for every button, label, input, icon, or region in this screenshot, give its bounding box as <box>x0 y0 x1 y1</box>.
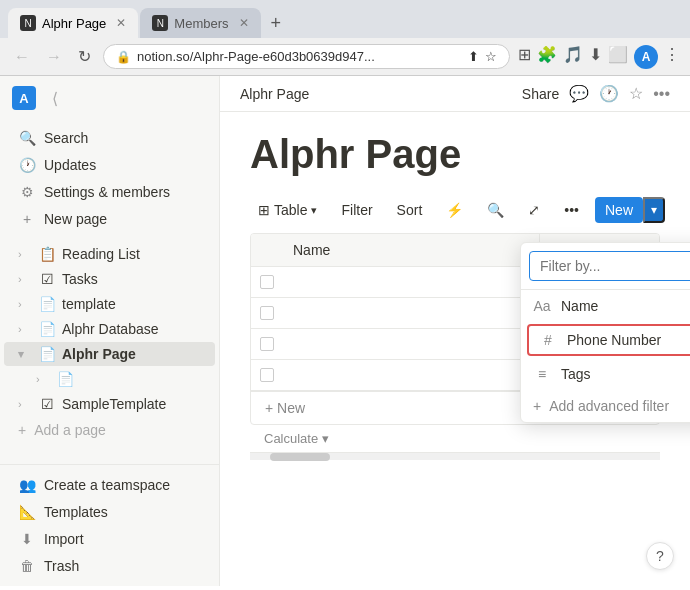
reading-list-label: Reading List <box>62 246 140 262</box>
reload-button[interactable]: ↻ <box>74 45 95 68</box>
table-footer[interactable]: Calculate ▾ <box>250 425 660 452</box>
sort-button[interactable]: Sort <box>389 198 431 222</box>
horizontal-scrollbar[interactable] <box>250 452 660 460</box>
bookmark-icon[interactable]: ☆ <box>485 49 497 64</box>
add-filter-label: Add advanced filter <box>549 398 669 414</box>
lightning-icon[interactable]: ⚡ <box>438 198 471 222</box>
phone-field-icon: # <box>539 332 557 348</box>
add-advanced-filter-button[interactable]: + Add advanced filter <box>521 390 690 422</box>
more-toolbar-icon[interactable]: ••• <box>556 198 587 222</box>
arrow-sample-template: › <box>18 398 32 410</box>
sidebar-item-import[interactable]: ⬇ Import <box>4 526 215 552</box>
sidebar-item-updates[interactable]: 🕐 Updates <box>4 152 215 178</box>
sidebar-item-reading-list[interactable]: › 📋 Reading List <box>4 242 215 266</box>
row4-name[interactable] <box>283 367 539 383</box>
table-label: Table <box>274 202 307 218</box>
checkbox-3[interactable] <box>260 337 274 351</box>
filter-option-name[interactable]: Aa Name <box>521 290 690 322</box>
tab-members[interactable]: N Members ✕ <box>140 8 260 38</box>
sample-template-icon: ☑ <box>38 396 56 412</box>
sidebar-label-settings: Settings & members <box>44 184 201 200</box>
checkbox-4[interactable] <box>260 368 274 382</box>
template-label: template <box>62 296 116 312</box>
sidebar-item-settings[interactable]: ⚙ Settings & members <box>4 179 215 205</box>
arrow-template: › <box>18 298 32 310</box>
puzzle-icon[interactable]: 🧩 <box>537 45 557 69</box>
forward-button[interactable]: → <box>42 46 66 68</box>
share-button[interactable]: Share <box>522 86 559 102</box>
sidebar-item-alphr-database[interactable]: › 📄 Alphr Database <box>4 317 215 341</box>
scrollbar-thumb[interactable] <box>270 453 330 461</box>
checkbox-1[interactable] <box>260 275 274 289</box>
url-box[interactable]: 🔒 notion.so/Alphr-Page-e60d3b0639d947...… <box>103 44 510 69</box>
tab-close-2[interactable]: ✕ <box>239 16 249 30</box>
alphr-page-icon: 📄 <box>38 346 56 362</box>
sidebar-bottom: 👥 Create a teamspace 📐 Templates ⬇ Impor… <box>0 464 219 586</box>
profile-icon[interactable]: A <box>634 45 658 69</box>
row2-name[interactable] <box>283 305 539 321</box>
sidebar-label-new-page: New page <box>44 211 201 227</box>
filter-option-tags[interactable]: ≡ Tags <box>521 358 690 390</box>
new-button[interactable]: New <box>595 197 643 223</box>
address-actions: ⊞ 🧩 🎵 ⬇ ⬜ A ⋮ <box>518 45 680 69</box>
updates-icon: 🕐 <box>18 157 36 173</box>
sample-template-label: SampleTemplate <box>62 396 166 412</box>
clock-icon[interactable]: 🕐 <box>599 84 619 103</box>
new-button-caret[interactable]: ▾ <box>643 197 665 223</box>
back-button[interactable]: ← <box>10 46 34 68</box>
new-tab-button[interactable]: + <box>263 9 290 38</box>
tab-icon-1: N <box>20 15 36 31</box>
star-icon[interactable]: ☆ <box>629 84 643 103</box>
sidebar-item-tasks[interactable]: › ☑ Tasks <box>4 267 215 291</box>
alphr-page-label: Alphr Page <box>62 346 136 362</box>
table-view-button[interactable]: ⊞ Table ▾ <box>250 198 325 222</box>
header-checkbox-cell <box>251 242 283 258</box>
tab-icon-2: N <box>152 15 168 31</box>
row3-name[interactable] <box>283 336 539 352</box>
sidebar-add-page[interactable]: + Add a page <box>4 417 215 443</box>
import-label: Import <box>44 531 201 547</box>
header-actions: Share 💬 🕐 ☆ ••• <box>522 84 670 103</box>
tab-close-1[interactable]: ✕ <box>116 16 126 30</box>
tab-label-1: Alphr Page <box>42 16 106 31</box>
filter-search-input[interactable] <box>529 251 690 281</box>
tasks-icon: ☑ <box>38 271 56 287</box>
filter-option-phone[interactable]: # Phone Number <box>527 324 690 356</box>
table-icon: ⊞ <box>258 202 270 218</box>
music-icon[interactable]: 🎵 <box>563 45 583 69</box>
sidebar-item-new-page[interactable]: + New page <box>4 206 215 232</box>
row2-check[interactable] <box>251 298 283 328</box>
url-text: notion.so/Alphr-Page-e60d3b0639d947... <box>137 49 462 64</box>
row3-check[interactable] <box>251 329 283 359</box>
resize-icon[interactable]: ⤢ <box>520 198 548 222</box>
sidebar-item-sample-template[interactable]: › ☑ SampleTemplate <box>4 392 215 416</box>
sidebar-item-templates[interactable]: 📐 Templates <box>4 499 215 525</box>
tab-alphr-page[interactable]: N Alphr Page ✕ <box>8 8 138 38</box>
help-button[interactable]: ? <box>646 542 674 570</box>
filter-label: Filter <box>341 202 372 218</box>
sidebar-item-sub-page[interactable]: › 📄 <box>4 367 215 391</box>
sidebar-header: A ⟨ <box>0 76 219 120</box>
chat-icon[interactable]: 💬 <box>569 84 589 103</box>
sidebar-item-template[interactable]: › 📄 template <box>4 292 215 316</box>
row1-check[interactable] <box>251 267 283 297</box>
extensions-icon[interactable]: ⊞ <box>518 45 531 69</box>
sidebar-item-alphr-page[interactable]: ▾ 📄 Alphr Page <box>4 342 215 366</box>
more-options-icon[interactable]: ••• <box>653 85 670 103</box>
sidebar-toggle[interactable]: ⟨ <box>52 89 58 108</box>
menu-icon[interactable]: ⋮ <box>664 45 680 69</box>
arrow-sub-page: › <box>36 373 50 385</box>
filter-button[interactable]: Filter <box>333 198 380 222</box>
sidebar-item-create-teamspace[interactable]: 👥 Create a teamspace <box>4 472 215 498</box>
search-button[interactable]: 🔍 <box>479 198 512 222</box>
checkbox-2[interactable] <box>260 306 274 320</box>
arrow-reading-list: › <box>18 248 32 260</box>
sidebar: A ⟨ 🔍 Search 🕐 Updates ⚙ Settings & memb… <box>0 76 220 586</box>
download-icon[interactable]: ⬇ <box>589 45 602 69</box>
row1-name[interactable] <box>283 274 539 290</box>
sidebar-item-search[interactable]: 🔍 Search <box>4 125 215 151</box>
window-icon[interactable]: ⬜ <box>608 45 628 69</box>
row4-check[interactable] <box>251 360 283 390</box>
sidebar-item-trash[interactable]: 🗑 Trash <box>4 553 215 579</box>
share-url-icon[interactable]: ⬆ <box>468 49 479 64</box>
